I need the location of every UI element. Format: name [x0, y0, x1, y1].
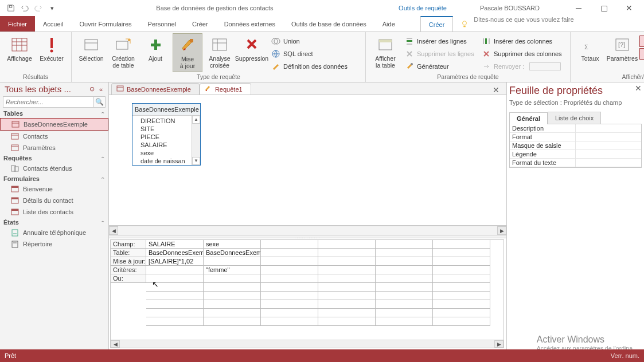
- save-icon[interactable]: [5, 2, 17, 14]
- query-table-title: BaseDonneesExemple: [132, 104, 200, 116]
- form-icon: [10, 196, 19, 204]
- redo-icon[interactable]: [32, 2, 45, 14]
- svg-rect-3: [12, 38, 27, 51]
- nav-item-liste[interactable]: Liste des contacts: [0, 206, 108, 218]
- close-doc-icon[interactable]: ✕: [490, 85, 502, 95]
- show-table-button[interactable]: Afficher la table: [370, 33, 400, 71]
- search-icon[interactable]: 🔍: [93, 97, 105, 107]
- minimize-button[interactable]: ─: [566, 0, 591, 16]
- query-table-box[interactable]: BaseDonneesExemple DIRECTION SITE PIECE …: [132, 103, 201, 166]
- union-button[interactable]: Union: [269, 36, 361, 47]
- nav-item-contacts[interactable]: Contacts: [0, 131, 108, 142]
- table-names-button[interactable]: Noms des tables: [639, 48, 644, 60]
- splitter[interactable]: ···········: [109, 235, 506, 238]
- update-button[interactable]: Mise à jour: [173, 33, 202, 72]
- svg-rect-57: [12, 241, 18, 247]
- ribbon: Affichage Exécuter Résultats Sélection C…: [0, 32, 644, 82]
- nav-collapse-icon[interactable]: «: [97, 86, 105, 93]
- update-icon: [178, 36, 197, 54]
- property-sheet-button[interactable]: Feuille de propriétés: [639, 36, 644, 47]
- navigation-pane: Tous les objets ... ⊙ « 🔍 Tables⌃ BaseDo…: [0, 82, 109, 349]
- tell-me-bulb-icon[interactable]: [459, 16, 470, 32]
- view-button[interactable]: Affichage: [5, 33, 34, 65]
- tab-file[interactable]: Fichier: [0, 16, 35, 32]
- doc-tab-requete1[interactable]: Requête1: [200, 83, 251, 95]
- delete-query-button[interactable]: Suppression: [237, 33, 267, 65]
- svg-rect-27: [407, 40, 412, 42]
- delete-rows-button[interactable]: Supprimer les lignes: [403, 48, 477, 60]
- tab-personnel[interactable]: Personnel: [140, 16, 185, 32]
- undo-icon[interactable]: [18, 2, 31, 14]
- svg-rect-55: [12, 230, 18, 236]
- grid-hscroll[interactable]: ◀▶: [111, 340, 504, 348]
- doc-tab-basedonnees[interactable]: BaseDonneesExemple: [111, 83, 200, 95]
- propsheet-subtitle: Type de sélection : Propriétés du champ: [509, 99, 642, 106]
- tab-open-forms[interactable]: Ouvrir Formulaires: [71, 16, 139, 32]
- run-button[interactable]: Exécuter: [37, 33, 67, 65]
- nav-item-basedonnees[interactable]: BaseDonneesExemple: [0, 118, 108, 131]
- run-icon: [42, 36, 61, 54]
- group-label-results: Résultats: [5, 73, 67, 82]
- nav-dropdown-icon[interactable]: ⊙: [87, 85, 97, 93]
- nav-item-details[interactable]: Détails du contact: [0, 195, 108, 206]
- grid-cell[interactable]: SALAIRE: [146, 240, 204, 249]
- search-input[interactable]: [3, 97, 93, 107]
- nav-item-bienvenue[interactable]: Bienvenue: [0, 183, 108, 195]
- prop-row[interactable]: Description: [510, 124, 641, 133]
- prop-row[interactable]: Format du texte: [510, 159, 641, 167]
- totals-button[interactable]: Σ Totaux: [575, 33, 605, 65]
- prop-row[interactable]: Légende: [510, 150, 641, 159]
- grid-cell[interactable]: sexe: [204, 240, 261, 249]
- tab-create[interactable]: Créer: [184, 16, 216, 32]
- tab-help[interactable]: Aide: [374, 16, 403, 32]
- prop-row[interactable]: Masque de saisie: [510, 141, 641, 150]
- nav-header[interactable]: Tous les objets ... ⊙ «: [0, 82, 108, 95]
- nav-item-parametres[interactable]: Paramètres: [0, 142, 108, 154]
- crosstab-button[interactable]: Analyse croisée: [205, 33, 235, 71]
- contextual-tool-title: Outils de requête: [371, 5, 474, 11]
- qat-customize-icon[interactable]: ▾: [46, 2, 58, 14]
- form-icon: [10, 185, 19, 193]
- prop-row[interactable]: Format: [510, 133, 641, 141]
- return-button[interactable]: Renvoyer :: [479, 61, 565, 72]
- tab-home[interactable]: Accueil: [35, 16, 71, 32]
- grid-cell[interactable]: [261, 240, 318, 249]
- nav-item-contacts-etendus[interactable]: Contacts étendus: [0, 163, 108, 174]
- nav-cat-queries[interactable]: Requêtes⌃: [0, 154, 108, 163]
- propsheet-close-icon[interactable]: ✕: [635, 84, 642, 93]
- select-query-icon: [82, 36, 100, 54]
- sigma-icon: Σ: [581, 36, 599, 54]
- delete-rows-icon: [405, 49, 414, 58]
- close-button[interactable]: ✕: [616, 0, 642, 16]
- tell-me-input[interactable]: Dites-nous ce que vous voulez faire: [474, 16, 644, 32]
- tab-dbtools[interactable]: Outils de base de données: [283, 16, 374, 32]
- select-query-button[interactable]: Sélection: [76, 33, 106, 65]
- builder-button[interactable]: Générateur: [403, 61, 477, 72]
- nav-item-annuaire[interactable]: Annuaire téléphonique: [0, 227, 108, 238]
- insert-cols-button[interactable]: Insérer des colonnes: [479, 36, 565, 47]
- nav-cat-forms[interactable]: Formulaires⌃: [0, 174, 108, 183]
- tab-external[interactable]: Données externes: [216, 16, 283, 32]
- append-button[interactable]: Ajout: [140, 33, 170, 65]
- nav-cat-tables[interactable]: Tables⌃: [0, 109, 108, 118]
- fields-scrollbar[interactable]: ▲▼: [192, 116, 200, 165]
- prop-tab-listchoix[interactable]: Liste de choix: [548, 112, 601, 124]
- insert-rows-button[interactable]: Insérer des lignes: [403, 36, 477, 47]
- prop-tab-general[interactable]: Général: [509, 112, 548, 124]
- collapse-ribbon-icon[interactable]: ˄: [637, 73, 641, 81]
- svg-rect-59: [117, 86, 123, 91]
- svg-rect-41: [12, 121, 19, 127]
- parameters-button[interactable]: [?] Paramètres: [607, 33, 637, 65]
- delete-cols-button[interactable]: Supprimer des colonnes: [479, 48, 565, 60]
- sql-direct-button[interactable]: SQL direct: [269, 48, 361, 60]
- tab-query-tools-create[interactable]: Créer: [420, 16, 454, 32]
- nav-cat-reports[interactable]: États⌃: [0, 218, 108, 227]
- upper-hscroll[interactable]: ◀▶: [109, 226, 506, 235]
- datadef-button[interactable]: Définition des données: [269, 61, 361, 72]
- make-table-button[interactable]: Création de table: [108, 33, 138, 71]
- query-design-pane[interactable]: BaseDonneesExemple DIRECTION SITE PIECE …: [109, 95, 506, 226]
- maximize-button[interactable]: ▢: [591, 0, 616, 16]
- nav-item-repertoire[interactable]: Répertoire: [0, 238, 108, 250]
- propsheet-title: Feuille de propriétés: [509, 85, 642, 97]
- query-table-fields[interactable]: DIRECTION SITE PIECE SALAIRE sexe date d…: [132, 116, 200, 165]
